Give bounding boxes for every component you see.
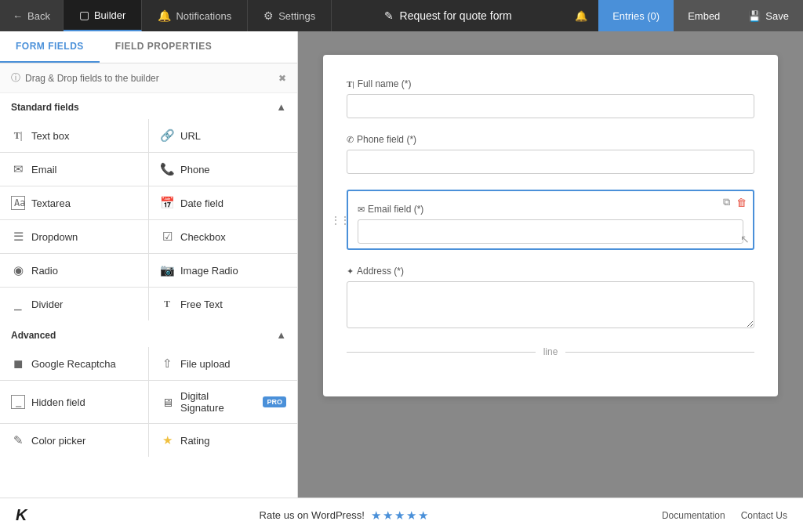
field-item-textarea[interactable]: Aa Textarea — [0, 186, 148, 219]
field-item-digital-signature[interactable]: 🖥 Digital Signature PRO — [149, 381, 297, 423]
back-label: Back — [27, 10, 50, 22]
notifications-label: Notifications — [176, 10, 231, 22]
field-item-divider-label: Divider — [31, 299, 63, 310]
email-delete-button[interactable]: 🗑 — [735, 194, 748, 210]
tab-form-fields[interactable]: FORM FIELDS — [0, 31, 100, 63]
free-text-icon: T — [160, 299, 174, 310]
field-item-rating-label: Rating — [180, 435, 210, 447]
divider-line-right — [565, 352, 754, 353]
divider-icon: ⎯ — [11, 297, 25, 311]
footer-stars[interactable]: ★★★★★ — [371, 508, 430, 523]
field-item-text-box[interactable]: T| Text box — [0, 119, 148, 152]
top-navigation: ← Back ▢ Builder 🔔 Notifications ⚙ Setti… — [0, 0, 803, 31]
advanced-fields-title: Advanced — [11, 330, 56, 341]
field-item-divider[interactable]: ⎯ Divider — [0, 288, 148, 320]
date-field-icon: 📅 — [160, 196, 174, 210]
email-resize-handle[interactable]: ↖ — [740, 233, 750, 245]
drag-hint-text: Drag & Drop fields to the builder — [25, 73, 159, 84]
field-item-url[interactable]: 🔗 URL — [149, 119, 297, 152]
field-item-file-upload-label: File upload — [180, 358, 231, 370]
field-item-phone[interactable]: 📞 Phone — [149, 153, 297, 186]
save-label: Save — [765, 10, 789, 22]
phone-label-text: Phone field (*) — [357, 134, 416, 145]
address-label-text: Address (*) — [357, 266, 404, 277]
field-item-google-recaptcha[interactable]: ◼ Google Recaptcha — [0, 347, 148, 380]
footer-cta-text: Rate us on WordPress! — [260, 509, 365, 521]
field-item-radio[interactable]: ◉ Radio — [0, 254, 148, 287]
field-item-color-picker[interactable]: ✎ Color picker — [0, 424, 148, 457]
pencil-icon: ✎ — [384, 9, 394, 22]
image-radio-icon: 📷 — [160, 263, 174, 277]
digital-sig-icon: 🖥 — [160, 396, 174, 409]
collapse-advanced-icon[interactable]: ▲ — [276, 329, 286, 341]
field-item-file-upload[interactable]: ⇧ File upload — [149, 347, 297, 380]
bell-icon: 🔔 — [158, 9, 171, 22]
field-item-rating[interactable]: ★ Rating — [149, 424, 297, 457]
field-item-phone-label: Phone — [180, 164, 210, 176]
divider-line-left — [347, 352, 536, 353]
contact-link[interactable]: Contact Us — [741, 510, 787, 521]
form-card: T| Full name (*) ✆ Phone field (*) ⋮⋮ ⧉ — [323, 55, 778, 396]
entries-button[interactable]: Entries (0) — [598, 0, 674, 31]
builder-tab[interactable]: ▢ Builder — [64, 0, 142, 31]
field-item-dropdown[interactable]: ☰ Dropdown — [0, 220, 148, 253]
email-input[interactable] — [358, 219, 743, 244]
field-item-url-label: URL — [180, 130, 201, 142]
email-label-text: Email field (*) — [368, 204, 423, 215]
file-upload-icon: ⇧ — [160, 356, 174, 371]
field-item-hidden-field[interactable]: ⎯ Hidden field — [0, 381, 148, 423]
back-arrow-icon: ← — [13, 10, 23, 22]
address-field-group: ✦ Address (*) — [347, 266, 754, 331]
field-item-radio-label: Radio — [31, 265, 58, 277]
panel-tabs: FORM FIELDS FIELD PROPERTIES — [0, 31, 297, 63]
notification-bell[interactable]: 🔔 — [564, 10, 598, 22]
field-item-free-text[interactable]: T Free Text — [149, 288, 297, 320]
email-copy-button[interactable]: ⧉ — [721, 194, 732, 210]
notifications-tab[interactable]: 🔔 Notifications — [142, 0, 248, 31]
hidden-field-icon: ⎯ — [11, 395, 25, 409]
field-item-dropdown-label: Dropdown — [31, 231, 78, 243]
phone-input[interactable] — [347, 150, 754, 174]
full-name-label-text: Full name (*) — [358, 78, 412, 89]
footer-center: Rate us on WordPress! ★★★★★ — [260, 508, 430, 523]
address-label-icon: ✦ — [347, 266, 354, 277]
recaptcha-icon: ◼ — [11, 356, 25, 371]
full-name-label-icon: T| — [347, 79, 354, 89]
field-item-checkbox[interactable]: ☑ Checkbox — [149, 220, 297, 253]
field-item-image-radio[interactable]: 📷 Image Radio — [149, 254, 297, 287]
collapse-standard-icon[interactable]: ▲ — [276, 101, 286, 113]
nav-actions: Entries (0) Embed 💾 Save — [598, 0, 803, 31]
full-name-input[interactable] — [347, 94, 754, 118]
address-label: ✦ Address (*) — [347, 266, 754, 277]
advanced-fields-header: Advanced ▲ — [0, 321, 297, 347]
phone-field-group: ✆ Phone field (*) — [347, 134, 754, 174]
email-label: ✉ Email field (*) — [358, 204, 743, 215]
info-icon: ⓘ — [11, 71, 20, 85]
field-item-color-picker-label: Color picker — [31, 435, 85, 447]
email-field-wrapper: ⧉ 🗑 ✉ Email field (*) ↖ — [347, 190, 754, 250]
settings-label: Settings — [278, 10, 315, 22]
phone-icon: 📞 — [160, 162, 174, 176]
address-input[interactable] — [347, 281, 754, 328]
field-item-date-field[interactable]: 📅 Date field — [149, 186, 297, 219]
standard-fields-header: Standard fields ▲ — [0, 93, 297, 119]
field-item-digital-sig-label: Digital Signature — [180, 390, 253, 414]
save-button[interactable]: 💾 Save — [734, 0, 803, 31]
close-hint-icon[interactable]: ✖ — [278, 73, 286, 84]
settings-tab[interactable]: ⚙ Settings — [248, 0, 332, 31]
field-item-textarea-label: Textarea — [31, 197, 71, 209]
back-button[interactable]: ← Back — [0, 0, 64, 31]
phone-label: ✆ Phone field (*) — [347, 134, 754, 145]
builder-icon: ▢ — [79, 9, 89, 21]
left-panel: FORM FIELDS FIELD PROPERTIES ⓘ Drag & Dr… — [0, 31, 298, 498]
field-item-recaptcha-label: Google Recaptcha — [31, 358, 116, 370]
form-canvas: T| Full name (*) ✆ Phone field (*) ⋮⋮ ⧉ — [298, 31, 803, 498]
field-item-email[interactable]: ✉ Email — [0, 153, 148, 186]
field-item-checkbox-label: Checkbox — [180, 231, 226, 243]
field-item-email-label: Email — [31, 164, 57, 176]
embed-button[interactable]: Embed — [674, 0, 734, 31]
tab-field-properties[interactable]: FIELD PROPERTIES — [100, 31, 227, 63]
email-field-group: ⋮⋮ ⧉ 🗑 ✉ Email field (*) ↖ — [347, 190, 754, 250]
builder-label: Builder — [94, 9, 125, 21]
documentation-link[interactable]: Documentation — [662, 510, 725, 521]
